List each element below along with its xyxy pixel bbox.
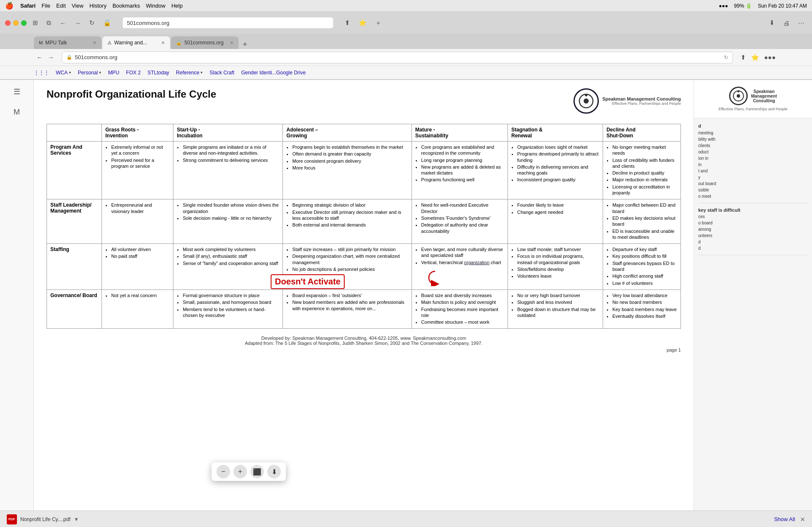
zoom-out-button[interactable]: −: [217, 465, 230, 478]
col-header-adolescent: Adolescent –Growing: [283, 124, 412, 142]
tab-501-close[interactable]: ✕: [230, 40, 233, 46]
menu-safari[interactable]: Safari: [20, 3, 36, 9]
tab-warning[interactable]: ⚠ Warning and... ✕: [102, 36, 170, 49]
bookmark-apps[interactable]: ⋮⋮⋮: [34, 70, 49, 76]
red-arrow: [425, 269, 446, 286]
tab-warning-icon: ⚠: [107, 40, 112, 46]
row-header-staff: Staff Leadership/ Management: [47, 199, 102, 244]
menu-bookmarks[interactable]: Bookmarks: [112, 3, 140, 9]
close-window-button[interactable]: [5, 20, 11, 26]
tab-add-button[interactable]: +: [239, 40, 251, 49]
pdf-header: Nonprofit Organizational Life Cycle Spea…: [47, 88, 681, 114]
browser-toolbar: ⊞ ⧉ ← → ↻ 🔒 501commons.org ⬆ ⭐ ＋ ⬇ 🖨 ⋯: [0, 12, 812, 34]
sidebar-home-button[interactable]: M: [8, 104, 25, 120]
tab-501-label: 501commons.org: [184, 40, 224, 46]
sidebar-menu-button[interactable]: ☰: [8, 83, 25, 100]
show-tab-view-button[interactable]: ⧉: [44, 17, 54, 28]
right-panel-content: d meeting bility with clients oduct ion …: [694, 118, 812, 511]
zoom-toolbar[interactable]: − + ⬛ ⬇: [211, 462, 286, 481]
logo-text: Speakman Management Consulting Effective…: [602, 96, 681, 106]
bookmark-reference[interactable]: Reference ▾: [176, 70, 203, 76]
table-row-board: Governance/ Board Not yet a real concern…: [47, 289, 681, 328]
cell-staffing-stagnation: Low staff morale; staff turnover Focus i…: [508, 244, 603, 290]
nav-forward-button[interactable]: →: [45, 52, 57, 63]
more-options-button[interactable]: ⋯: [796, 17, 807, 28]
bookmark-mpu[interactable]: MPU: [108, 70, 119, 76]
right-panel: SpeakmanManagementConsulting Effective P…: [694, 80, 812, 511]
zoom-in-button[interactable]: +: [233, 465, 247, 478]
svg-point-4: [737, 94, 740, 98]
menu-history[interactable]: History: [89, 3, 106, 9]
download-item: PDF Nonprofit Life Cy....pdf ▼: [7, 514, 79, 524]
nav-more-button[interactable]: ●●●: [762, 52, 778, 63]
cell-staffing-startup: Most work completed by volunteers Small …: [173, 244, 283, 290]
bookmark-slack[interactable]: Slack Craft: [209, 70, 234, 76]
menu-edit[interactable]: Edit: [56, 3, 66, 9]
reload-button[interactable]: ↻: [87, 17, 97, 28]
address-text: 501commons.org: [127, 20, 169, 26]
tab-501commons[interactable]: 🔒 501commons.org ✕: [171, 36, 239, 49]
menu-help[interactable]: Help: [171, 3, 183, 9]
minimize-window-button[interactable]: [13, 20, 19, 26]
tabs-bar: M MPU Talk ✕ ⚠ Warning and... ✕ 🔒 501com…: [0, 34, 812, 49]
cell-staff-decline: Major conflict between ED and board ED m…: [603, 199, 680, 244]
cell-board-stagnation: No or very high board turnover Sluggish …: [508, 289, 603, 328]
tab-501-icon: 🔒: [176, 40, 182, 46]
share-button[interactable]: ⬆: [342, 17, 353, 28]
bookmark-fox2[interactable]: FOX 2: [126, 70, 141, 76]
logo-circle: [573, 88, 599, 114]
forward-button[interactable]: →: [72, 18, 83, 28]
tab-mpu-talk[interactable]: M MPU Talk ✕: [34, 36, 102, 49]
sidebar-toggle-button[interactable]: ⊞: [30, 17, 41, 28]
bookmark-wca[interactable]: WCA ▾: [56, 70, 71, 76]
nav-bookmark-button[interactable]: ⭐: [749, 52, 762, 63]
menu-view[interactable]: View: [72, 3, 84, 9]
footer-developed-by: Developed by: Speakman Management Consul…: [47, 336, 681, 341]
col-header-mature: Mature -Sustainability: [411, 124, 508, 142]
download-button[interactable]: ⬇: [767, 17, 777, 28]
rp-logo-svg: [732, 90, 745, 102]
pdf-content[interactable]: Nonprofit Organizational Life Cycle Spea…: [34, 80, 694, 511]
refresh-icon[interactable]: ↻: [724, 55, 728, 60]
filename-text: Nonprofit Life Cy....pdf: [20, 516, 71, 522]
cell-staffing-grassroots: All volunteer driven No paid staff: [102, 244, 173, 290]
cell-staffing-decline: Departure of key staff Key positions dif…: [603, 244, 680, 290]
svg-point-2: [585, 94, 587, 96]
add-bookmark-button[interactable]: ⭐: [356, 17, 369, 28]
rp-company-info: SpeakmanManagementConsulting: [751, 89, 777, 103]
maximize-window-button[interactable]: [21, 20, 27, 26]
print-button[interactable]: 🖨: [781, 18, 792, 28]
footer-adapted-from: Adapted from: The 5 Life Stages of Nonpr…: [47, 341, 681, 346]
tab-warning-close[interactable]: ✕: [161, 40, 165, 46]
tab-mpu-close[interactable]: ✕: [93, 40, 96, 46]
zoom-download-button[interactable]: ⬇: [267, 465, 281, 478]
zoom-fit-button[interactable]: ⬛: [250, 465, 264, 478]
col-header-stagnation: Stagnation &Renewal: [508, 124, 603, 142]
col-header-startup: Start-Up -Incubation: [173, 124, 283, 142]
show-all-button[interactable]: Show All: [774, 516, 795, 522]
right-panel-logo: SpeakmanManagementConsulting Effective P…: [694, 80, 812, 118]
sidebar: ☰ M: [0, 80, 34, 511]
address-bar[interactable]: 501commons.org: [122, 17, 334, 29]
bookmark-gender[interactable]: Gender Identi...Google Drive: [241, 70, 306, 76]
nav-bar: ← → 🔒 501commons.org ↻ ⬆ ⭐ ●●●: [0, 49, 812, 66]
menu-file[interactable]: File: [41, 3, 50, 9]
apple-menu[interactable]: 🍎: [5, 2, 14, 10]
cell-staffing-adolescent: Staff size increases – still join primar…: [283, 244, 412, 290]
new-tab-button[interactable]: ＋: [373, 17, 384, 29]
col-header-decline: Decline AndShut-Down: [603, 124, 680, 142]
back-button[interactable]: ←: [57, 18, 69, 28]
menu-window[interactable]: Window: [146, 3, 165, 9]
tab-warning-label: Warning and...: [114, 40, 147, 46]
row-header-staffing: Staffing: [47, 244, 102, 290]
url-bar[interactable]: 🔒 501commons.org ↻: [62, 52, 733, 63]
tab-mpu-icon: M: [39, 40, 43, 45]
menu-datetime: Sun Feb 20 10:47 AM: [758, 3, 807, 9]
nav-share-button[interactable]: ⬆: [738, 52, 749, 63]
nav-back-button[interactable]: ←: [34, 52, 45, 63]
bookmark-personal[interactable]: Personal ▾: [78, 70, 101, 76]
cell-staff-startup: Single minded founder whose vision drive…: [173, 199, 283, 244]
close-download-bar-button[interactable]: ✕: [800, 516, 805, 523]
bookmark-stltoday[interactable]: STLtoday: [148, 70, 169, 76]
bookmarks-bar: ⋮⋮⋮ WCA ▾ Personal ▾ MPU FOX 2 STLtoday …: [0, 66, 812, 79]
